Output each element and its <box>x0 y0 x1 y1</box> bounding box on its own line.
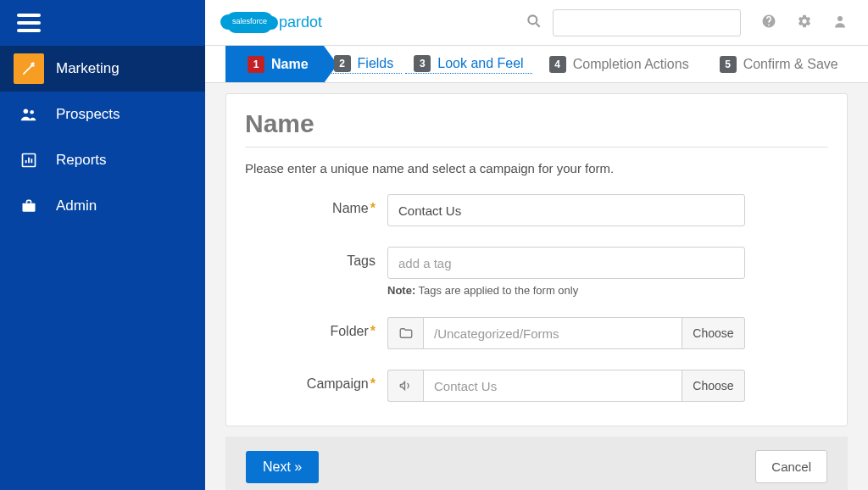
panel-intro: Please enter a unique name and select a … <box>245 161 828 175</box>
step-look-and-feel[interactable]: 3 Look and Feel <box>405 55 531 74</box>
form-panel: Name Please enter a unique name and sele… <box>225 93 848 426</box>
help-icon[interactable] <box>761 14 776 31</box>
panel-title: Name <box>245 109 828 148</box>
campaign-choose-button[interactable]: Choose <box>682 370 745 402</box>
menu-toggle-icon[interactable] <box>17 14 41 32</box>
svg-point-1 <box>30 110 34 114</box>
salesforce-logo: salesforce <box>225 12 274 33</box>
step-name[interactable]: 1 Name <box>225 46 324 82</box>
svg-point-0 <box>24 109 28 114</box>
search-input[interactable] <box>553 9 741 36</box>
topbar: salesforce pardot <box>205 0 868 46</box>
cancel-button[interactable]: Cancel <box>755 450 827 483</box>
briefcase-icon <box>14 191 44 221</box>
svg-point-4 <box>528 15 537 24</box>
campaign-label: Campaign* <box>245 370 387 392</box>
step-fields[interactable]: 2 Fields <box>326 55 403 74</box>
wand-icon <box>14 53 44 84</box>
footer-bar: Next » Cancel <box>225 437 848 490</box>
user-icon[interactable] <box>832 14 848 31</box>
name-label: Name* <box>245 194 387 216</box>
sidebar-item-label: Marketing <box>56 60 120 77</box>
svg-point-5 <box>837 16 843 21</box>
name-input[interactable] <box>387 194 745 226</box>
svg-rect-3 <box>23 203 36 212</box>
bar-chart-icon <box>14 145 44 175</box>
next-button[interactable]: Next » <box>246 451 319 483</box>
campaign-value: Contact Us <box>423 370 682 402</box>
sidebar-item-label: Admin <box>56 198 97 214</box>
folder-path: /Uncategorized/Forms <box>423 317 682 349</box>
sidebar-item-marketing[interactable]: Marketing <box>0 46 205 92</box>
step-confirm-save[interactable]: 5 Confirm & Save <box>704 46 854 82</box>
sidebar-item-label: Reports <box>56 152 107 169</box>
sidebar-item-label: Prospects <box>56 106 120 123</box>
tags-input[interactable] <box>387 247 745 279</box>
step-completion-actions[interactable]: 4 Completion Actions <box>534 46 704 82</box>
brand: salesforce pardot <box>225 12 322 33</box>
folder-icon <box>387 317 423 349</box>
sidebar-item-reports[interactable]: Reports <box>0 137 205 183</box>
people-icon <box>14 99 44 130</box>
megaphone-icon <box>387 370 423 402</box>
brand-name: pardot <box>279 14 322 31</box>
tags-note: Note: Tags are applied to the form only <box>387 284 828 297</box>
gear-icon[interactable] <box>797 14 812 31</box>
sidebar-item-admin[interactable]: Admin <box>0 183 205 229</box>
folder-choose-button[interactable]: Choose <box>682 317 745 349</box>
folder-label: Folder* <box>245 317 387 339</box>
sidebar-item-prospects[interactable]: Prospects <box>0 92 205 137</box>
sidebar: Marketing Prospects Reports Admin <box>0 0 205 490</box>
wizard-steps: 1 Name 2 Fields 3 Look and Feel 4 Comple… <box>205 46 868 83</box>
search-icon[interactable] <box>526 13 542 32</box>
tags-label: Tags <box>245 247 387 269</box>
